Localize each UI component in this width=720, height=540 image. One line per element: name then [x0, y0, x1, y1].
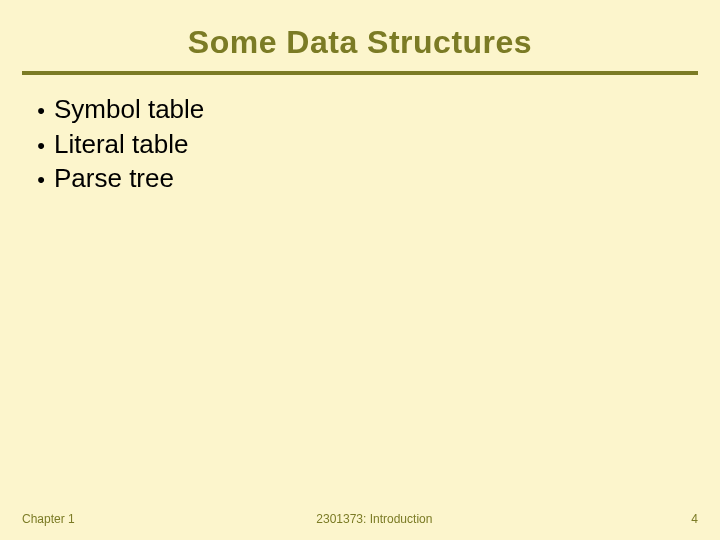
slide-title: Some Data Structures — [22, 24, 698, 71]
bullet-text: Parse tree — [54, 162, 174, 195]
list-item: • Parse tree — [28, 162, 698, 195]
bullet-icon: • — [28, 100, 54, 122]
slide-footer: Chapter 1 2301373: Introduction 4 — [0, 512, 720, 526]
bullet-icon: • — [28, 135, 54, 157]
footer-course: 2301373: Introduction — [75, 512, 674, 526]
list-item: • Symbol table — [28, 93, 698, 126]
title-underline — [22, 71, 698, 75]
list-item: • Literal table — [28, 128, 698, 161]
footer-page-number: 4 — [674, 512, 698, 526]
slide: Some Data Structures • Symbol table • Li… — [0, 0, 720, 540]
bullet-list: • Symbol table • Literal table • Parse t… — [22, 93, 698, 195]
bullet-text: Literal table — [54, 128, 188, 161]
footer-chapter: Chapter 1 — [22, 512, 75, 526]
bullet-icon: • — [28, 169, 54, 191]
bullet-text: Symbol table — [54, 93, 204, 126]
